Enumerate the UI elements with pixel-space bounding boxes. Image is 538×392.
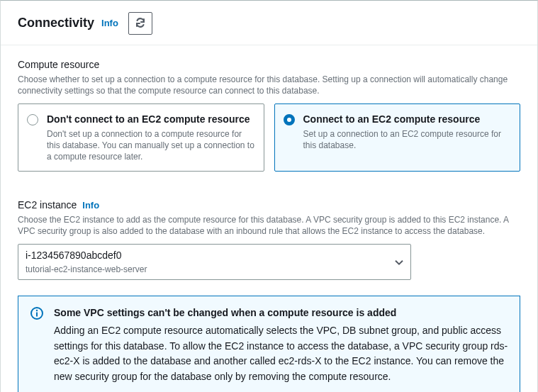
- panel-title: Connectivity: [18, 14, 94, 32]
- compute-description: Choose whether to set up a connection to…: [18, 74, 520, 96]
- option-title: Connect to an EC2 compute resource: [303, 113, 512, 127]
- ec2-instance-section: EC2 instance Info Choose the EC2 instanc…: [1, 186, 537, 280]
- svg-rect-2: [36, 313, 38, 317]
- option-desc: Don't set up a connection to a compute r…: [47, 128, 255, 163]
- compute-resource-section: Compute resource Choose whether to set u…: [1, 45, 537, 172]
- ec2-instance-select[interactable]: i-1234567890abcdef0 tutorial-ec2-instanc…: [18, 244, 411, 280]
- select-value: i-1234567890abcdef0: [26, 249, 388, 263]
- svg-point-1: [36, 310, 38, 311]
- vpc-info-alert: Some VPC settings can't be changed when …: [18, 296, 520, 392]
- connectivity-panel: Connectivity Info Compute resource Choos…: [0, 0, 538, 392]
- refresh-icon: [135, 17, 146, 30]
- alert-title: Some VPC settings can't be changed when …: [54, 306, 510, 320]
- alert-body: Adding an EC2 compute resource automatic…: [54, 323, 510, 385]
- panel-header: Connectivity Info: [1, 1, 537, 45]
- option-desc: Set up a connection to an EC2 compute re…: [303, 128, 512, 151]
- ec2-description: Choose the EC2 instance to add as the co…: [18, 214, 520, 237]
- info-link[interactable]: Info: [101, 17, 118, 30]
- radio-unchecked-icon: [27, 114, 38, 125]
- caret-down-icon: [395, 255, 403, 269]
- radio-checked-icon: [284, 114, 295, 125]
- ec2-heading: EC2 instance: [18, 198, 77, 213]
- ec2-info-link[interactable]: Info: [82, 199, 99, 212]
- option-dont-connect[interactable]: Don't connect to an EC2 compute resource…: [18, 103, 264, 172]
- option-connect-ec2[interactable]: Connect to an EC2 compute resource Set u…: [274, 103, 521, 172]
- compute-heading: Compute resource: [18, 58, 520, 72]
- compute-options: Don't connect to an EC2 compute resource…: [18, 103, 520, 172]
- refresh-button[interactable]: [128, 12, 152, 35]
- info-icon: [30, 306, 44, 325]
- option-title: Don't connect to an EC2 compute resource: [47, 113, 255, 127]
- select-subvalue: tutorial-ec2-instance-web-server: [26, 264, 388, 276]
